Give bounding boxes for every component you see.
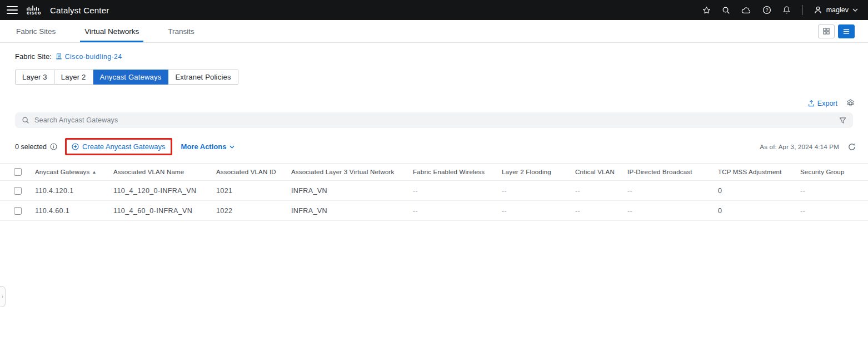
- grid-view-icon: [823, 28, 830, 34]
- cell-critical-vlan: --: [575, 181, 627, 201]
- column-header-critical-vlan[interactable]: Critical VLAN: [575, 164, 627, 181]
- row-checkbox[interactable]: [14, 187, 22, 195]
- notifications-bell-icon[interactable]: [782, 6, 791, 14]
- selection-count-label: 0 selected: [15, 143, 47, 151]
- as-of-timestamp: As of: Apr 3, 2024 4:14 PM: [760, 144, 839, 150]
- search-input-icon: [22, 116, 29, 124]
- help-icon[interactable]: ?: [762, 6, 771, 14]
- table-header-row: Anycast Gateways▲ Associated VLAN Name A…: [0, 164, 868, 181]
- export-label: Export: [817, 100, 837, 107]
- cell-critical-vlan: --: [575, 201, 627, 221]
- cell-security-group: --: [800, 181, 868, 201]
- export-icon: [808, 100, 815, 107]
- anycast-gateways-table: Anycast Gateways▲ Associated VLAN Name A…: [0, 163, 868, 221]
- search-input[interactable]: [34, 116, 834, 124]
- primary-tab-bar: Fabric Sites Virtual Networks Transits: [0, 20, 868, 43]
- column-header-fabric-enabled-wireless[interactable]: Fabric Enabled Wireless: [413, 164, 502, 181]
- cell-vlan-id: 1022: [216, 201, 291, 221]
- cell-vlan-id: 1021: [216, 181, 291, 201]
- select-all-checkbox[interactable]: [14, 168, 22, 176]
- table-settings-gear-icon[interactable]: [846, 99, 855, 107]
- actions-row: 0 selected Create Anycast Gateways More …: [0, 128, 868, 155]
- chevron-right-icon: ›: [2, 294, 3, 299]
- cell-layer2-flooding: --: [502, 181, 575, 201]
- building-icon: [56, 53, 62, 60]
- more-actions-button[interactable]: More Actions: [181, 142, 235, 151]
- favorites-star-icon[interactable]: [702, 6, 711, 14]
- table-row: 110.4.120.1 110_4_120_0-INFRA_VN 1021 IN…: [0, 181, 868, 201]
- cisco-logo: cisco: [27, 6, 41, 15]
- filter-funnel-icon[interactable]: [839, 117, 846, 124]
- cell-layer3-vn: INFRA_VN: [291, 201, 413, 221]
- tab-transits[interactable]: Transits: [167, 20, 196, 42]
- subtab-anycast-gateways[interactable]: Anycast Gateways: [93, 70, 169, 85]
- subtab-layer-3[interactable]: Layer 3: [15, 70, 54, 85]
- plus-circle-icon: [72, 143, 79, 150]
- column-header-ip-directed-broadcast[interactable]: IP-Directed Broadcast: [627, 164, 718, 181]
- column-header-security-group[interactable]: Security Group: [800, 164, 868, 181]
- cell-anycast-gateway[interactable]: 110.4.60.1: [35, 201, 113, 221]
- cell-vlan-name: 110_4_120_0-INFRA_VN: [113, 181, 216, 201]
- create-anycast-gateways-button[interactable]: Create Anycast Gateways: [72, 142, 166, 151]
- cisco-logo-text: cisco: [27, 11, 41, 15]
- row-checkbox[interactable]: [14, 207, 22, 215]
- cell-layer3-vn: INFRA_VN: [291, 181, 413, 201]
- column-header-associated-vlan-id[interactable]: Associated VLAN ID: [216, 164, 291, 181]
- chevron-down-icon: [852, 8, 858, 12]
- tab-fabric-sites[interactable]: Fabric Sites: [15, 20, 57, 42]
- cell-anycast-gateway[interactable]: 110.4.120.1: [35, 181, 113, 201]
- tab-virtual-networks[interactable]: Virtual Networks: [83, 20, 140, 42]
- as-of-group: As of: Apr 3, 2024 4:14 PM: [760, 143, 856, 151]
- cell-vlan-name: 110_4_60_0-INFRA_VN: [113, 201, 216, 221]
- subtab-layer-2[interactable]: Layer 2: [54, 70, 93, 85]
- cell-fabric-enabled-wireless: --: [413, 181, 502, 201]
- list-view-button[interactable]: [838, 24, 855, 38]
- cell-fabric-enabled-wireless: --: [413, 201, 502, 221]
- hamburger-menu-icon[interactable]: [7, 6, 18, 14]
- svg-text:?: ?: [765, 7, 768, 13]
- user-avatar-icon: [814, 6, 822, 14]
- cloud-icon[interactable]: [741, 7, 751, 14]
- column-header-associated-layer3-vn[interactable]: Associated Layer 3 Virtual Network: [291, 164, 413, 181]
- top-bar: cisco Catalyst Center ? maglev: [0, 0, 868, 20]
- info-icon[interactable]: [50, 143, 57, 150]
- fabric-site-name: Cisco-buidling-24: [65, 53, 122, 61]
- fabric-site-link[interactable]: Cisco-buidling-24: [56, 53, 122, 61]
- selection-count: 0 selected: [15, 143, 57, 151]
- table-row: 110.4.60.1 110_4_60_0-INFRA_VN 1022 INFR…: [0, 201, 868, 221]
- view-toggle-group: [818, 20, 855, 42]
- create-anycast-gateways-label: Create Anycast Gateways: [82, 142, 166, 151]
- column-header-associated-vlan-name[interactable]: Associated VLAN Name: [113, 164, 216, 181]
- fabric-site-label: Fabric Site:: [15, 52, 52, 61]
- refresh-icon[interactable]: [848, 143, 856, 151]
- sort-ascending-icon: ▲: [92, 170, 96, 175]
- annotation-highlight-box: Create Anycast Gateways: [65, 138, 172, 155]
- column-header-anycast-gateways[interactable]: Anycast Gateways▲: [35, 164, 113, 181]
- table-utility-row: Export: [0, 85, 868, 107]
- app-title: Catalyst Center: [50, 6, 109, 15]
- fabric-site-row: Fabric Site: Cisco-buidling-24: [0, 43, 868, 61]
- grid-view-button[interactable]: [818, 24, 835, 38]
- more-actions-label: More Actions: [181, 142, 227, 151]
- column-header-tcp-mss-adjustment[interactable]: TCP MSS Adjustment: [718, 164, 800, 181]
- export-button[interactable]: Export: [808, 100, 837, 107]
- panel-expand-handle[interactable]: ›: [0, 286, 6, 307]
- list-view-icon: [843, 28, 850, 34]
- cell-tcp-mss: 0: [718, 181, 800, 201]
- cell-security-group: --: [800, 201, 868, 221]
- cell-ip-directed-broadcast: --: [627, 181, 718, 201]
- cell-tcp-mss: 0: [718, 201, 800, 221]
- chevron-down-icon: [230, 145, 235, 149]
- search-bar: [15, 112, 853, 128]
- search-icon[interactable]: [722, 6, 730, 14]
- column-header-layer2-flooding[interactable]: Layer 2 Flooding: [502, 164, 575, 181]
- cell-layer2-flooding: --: [502, 201, 575, 221]
- topbar-divider: [802, 5, 802, 15]
- username-label: maglev: [826, 6, 849, 14]
- user-menu[interactable]: maglev: [814, 6, 858, 14]
- subtab-extranet-policies[interactable]: Extranet Policies: [168, 70, 238, 85]
- cell-ip-directed-broadcast: --: [627, 201, 718, 221]
- sub-tab-group: Layer 3 Layer 2 Anycast Gateways Extrane…: [0, 61, 868, 85]
